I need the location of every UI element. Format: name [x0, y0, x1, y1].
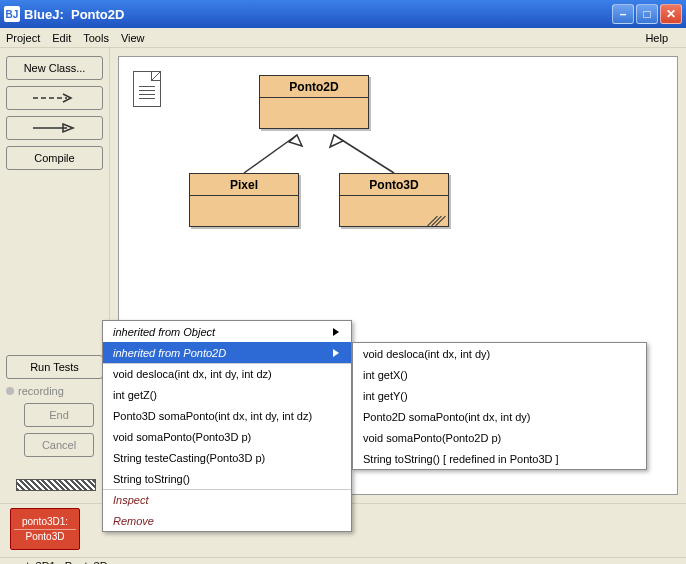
- class-pixel[interactable]: Pixel: [189, 173, 299, 227]
- submenu-method[interactable]: void desloca(int dx, int dy): [353, 343, 646, 364]
- menu-method[interactable]: int getZ(): [103, 384, 351, 405]
- recording-indicator: recording: [6, 385, 103, 397]
- submenu-method[interactable]: String toString() [ redefined in Ponto3D…: [353, 448, 646, 469]
- submenu-method[interactable]: Ponto2D somaPonto(int dx, int dy): [353, 406, 646, 427]
- menu-method[interactable]: String testeCasting(Ponto3D p): [103, 447, 351, 468]
- titlebar: BJ BlueJ: Ponto2D – □ ✕: [0, 0, 686, 28]
- statusbar: ponto3D1 : Ponto3D: [0, 557, 686, 564]
- dashed-arrow-button[interactable]: [6, 86, 103, 110]
- menu-inherited-ponto2d[interactable]: inherited from Ponto2D: [103, 342, 351, 363]
- submenu-arrow-icon: [333, 349, 341, 357]
- context-submenu: void desloca(int dx, int dy) int getX() …: [352, 342, 647, 470]
- end-button[interactable]: End: [24, 403, 94, 427]
- record-dot-icon: [6, 387, 14, 395]
- menu-view[interactable]: View: [121, 32, 145, 44]
- run-tests-button[interactable]: Run Tests: [6, 355, 103, 379]
- svg-marker-2: [63, 124, 73, 132]
- class-ponto2d[interactable]: Ponto2D: [259, 75, 369, 129]
- svg-line-5: [334, 135, 394, 173]
- menu-method[interactable]: void desloca(int dx, int dy, int dz): [103, 363, 351, 384]
- maximize-button[interactable]: □: [636, 4, 658, 24]
- menu-method[interactable]: void somaPonto(Ponto3D p): [103, 426, 351, 447]
- svg-marker-6: [330, 135, 343, 147]
- class-name: Ponto3D: [340, 174, 448, 196]
- cancel-button[interactable]: Cancel: [24, 433, 94, 457]
- svg-marker-8: [333, 349, 339, 357]
- menubar: Project Edit Tools View Help: [0, 28, 686, 48]
- minimize-button[interactable]: –: [612, 4, 634, 24]
- object-instance[interactable]: ponto3D1: Ponto3D: [10, 508, 80, 550]
- readme-icon[interactable]: [133, 71, 161, 107]
- solid-arrow-icon: [31, 122, 79, 134]
- window-title: BlueJ: Ponto2D: [24, 7, 610, 22]
- svg-line-3: [244, 135, 297, 173]
- menu-project[interactable]: Project: [6, 32, 40, 44]
- class-ponto3d[interactable]: Ponto3D: [339, 173, 449, 227]
- svg-marker-7: [333, 328, 339, 336]
- svg-marker-4: [289, 135, 302, 146]
- menu-inherited-object[interactable]: inherited from Object: [103, 321, 351, 342]
- menu-remove[interactable]: Remove: [103, 510, 351, 531]
- menu-edit[interactable]: Edit: [52, 32, 71, 44]
- left-panel: New Class... Compile Run Tests recording…: [0, 48, 110, 503]
- solid-arrow-button[interactable]: [6, 116, 103, 140]
- menu-tools[interactable]: Tools: [83, 32, 109, 44]
- dashed-arrow-icon: [31, 92, 79, 104]
- submenu-method[interactable]: void somaPonto(Ponto2D p): [353, 427, 646, 448]
- new-class-button[interactable]: New Class...: [6, 56, 103, 80]
- submenu-method[interactable]: int getX(): [353, 364, 646, 385]
- app-icon: BJ: [4, 6, 20, 22]
- status-text: ponto3D1 : Ponto3D: [8, 560, 108, 564]
- menu-method[interactable]: String toString(): [103, 468, 351, 489]
- hatch-icon: [430, 214, 446, 224]
- progress-hatch: [16, 479, 96, 491]
- context-menu: inherited from Object inherited from Pon…: [102, 320, 352, 532]
- compile-button[interactable]: Compile: [6, 146, 103, 170]
- submenu-arrow-icon: [333, 328, 341, 336]
- menu-method[interactable]: Ponto3D somaPonto(int dx, int dy, int dz…: [103, 405, 351, 426]
- menu-inspect[interactable]: Inspect: [103, 489, 351, 510]
- class-name: Ponto2D: [260, 76, 368, 98]
- close-button[interactable]: ✕: [660, 4, 682, 24]
- menu-help[interactable]: Help: [645, 32, 668, 44]
- class-name: Pixel: [190, 174, 298, 196]
- submenu-method[interactable]: int getY(): [353, 385, 646, 406]
